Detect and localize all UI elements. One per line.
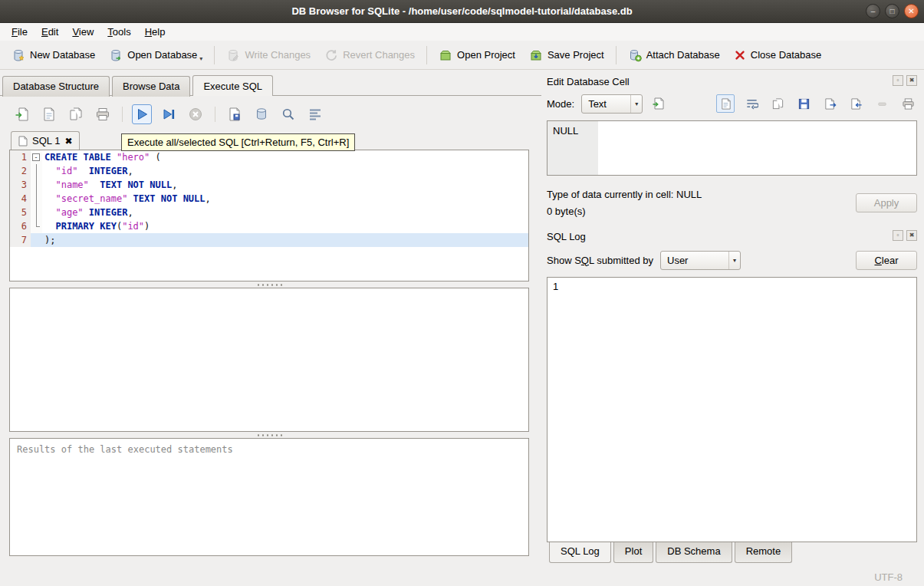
edit-cell-icon-group xyxy=(716,94,917,113)
revert-changes-label: Revert Changes xyxy=(343,49,415,61)
dock-close-icon[interactable]: ✖ xyxy=(906,230,917,241)
clear-log-button[interactable]: Clear xyxy=(856,251,917,270)
save-sql-file-as-button[interactable] xyxy=(66,104,86,124)
results-messages-splitter[interactable] xyxy=(9,432,529,438)
save-cell-button[interactable] xyxy=(794,94,813,113)
save-results-button[interactable] xyxy=(225,104,245,124)
code-line: 6 PRIMARY KEY("id") xyxy=(10,219,528,233)
word-wrap-button[interactable] xyxy=(742,94,761,113)
open-sql-file-button[interactable] xyxy=(12,104,32,124)
menu-view[interactable]: View xyxy=(65,25,100,39)
tab-database-structure[interactable]: Database Structure xyxy=(2,76,110,97)
revert-changes-button: Revert Changes xyxy=(317,44,422,66)
attach-database-icon xyxy=(628,48,642,62)
execute-all-button[interactable] xyxy=(132,104,152,124)
print-cell-button[interactable] xyxy=(899,94,917,113)
text-mode-button[interactable] xyxy=(716,94,735,113)
code-line: 1-CREATE TABLE "hero" ( xyxy=(10,150,528,164)
sql-log-dock-controls: ▫ ✖ xyxy=(893,230,917,241)
sql-tab-close-icon[interactable]: ✖ xyxy=(64,137,72,146)
open-project-button[interactable]: Open Project xyxy=(432,44,522,66)
code-line: 2 "id" INTEGER, xyxy=(10,164,528,178)
edit-cell-dock-header: Edit Database Cell ▫ ✖ xyxy=(547,73,917,90)
editor-results-splitter[interactable] xyxy=(9,281,529,288)
save-project-button[interactable]: Save Project xyxy=(522,44,611,66)
export-cell-button[interactable] xyxy=(820,94,839,113)
left-panel: Database Structure Browse Data Execute S… xyxy=(0,70,541,568)
format-sql-button[interactable] xyxy=(305,104,325,124)
menu-help[interactable]: Help xyxy=(138,25,173,39)
tab-execute-sql[interactable]: Execute SQL xyxy=(192,75,273,96)
write-changes-label: Write Changes xyxy=(245,49,311,61)
main-area: Database Structure Browse Data Execute S… xyxy=(0,70,924,568)
set-null-button xyxy=(873,94,891,113)
toolbar-separator xyxy=(214,46,215,64)
copy-button[interactable] xyxy=(768,94,787,113)
fold-marker-icon[interactable]: - xyxy=(32,153,40,161)
import-data-button[interactable] xyxy=(649,94,668,113)
sql-log-view[interactable]: 1 xyxy=(547,277,917,542)
sql-tab-label: SQL 1 xyxy=(32,135,60,146)
write-changes-button: Write Changes xyxy=(219,44,317,66)
code-line: 7); xyxy=(10,233,528,247)
encoding-indicator: UTF-8 xyxy=(874,571,903,583)
mode-combobox[interactable]: Text ▾ xyxy=(581,94,643,114)
menu-file[interactable]: File xyxy=(5,25,35,39)
open-database-icon xyxy=(109,48,123,62)
dock-float-icon[interactable]: ▫ xyxy=(893,230,903,241)
print-button[interactable] xyxy=(93,104,113,124)
execute-line-button[interactable] xyxy=(159,104,179,124)
menu-tools[interactable]: Tools xyxy=(100,25,137,39)
tab-db-schema[interactable]: DB Schema xyxy=(656,542,732,563)
sql-log-filter-combobox[interactable]: User ▾ xyxy=(660,251,741,270)
tab-browse-data[interactable]: Browse Data xyxy=(112,76,190,97)
export-database-button[interactable] xyxy=(252,104,271,124)
sql-log-filter-value: User xyxy=(667,255,697,266)
open-database-button[interactable]: Open Database ▾ xyxy=(102,44,209,66)
import-cell-button[interactable] xyxy=(847,94,865,113)
new-database-button[interactable]: New Database xyxy=(5,44,102,66)
tab-sql-log[interactable]: SQL Log xyxy=(549,542,611,563)
close-database-button[interactable]: Close Database xyxy=(727,45,829,65)
main-toolbar: New Database Open Database ▾ Write Chang… xyxy=(0,41,924,70)
dock-close-icon[interactable]: ✖ xyxy=(906,75,917,86)
sql-editor[interactable]: 1-CREATE TABLE "hero" (2 "id" INTEGER,3 … xyxy=(9,150,529,281)
mode-label: Mode: xyxy=(547,98,574,110)
close-database-label: Close Database xyxy=(751,49,822,61)
code-line: 4 "secret_name" TEXT NOT NULL, xyxy=(10,192,528,206)
sql-log-filter-row: Show SQL submitted by User ▾ Clear xyxy=(547,246,917,274)
execute-sql-pane: Execute all/selected SQL [Ctrl+Return, F… xyxy=(0,95,541,568)
close-button[interactable]: ✕ xyxy=(904,4,919,18)
menu-edit[interactable]: Edit xyxy=(35,25,65,39)
mode-combobox-value: Text xyxy=(588,98,616,110)
dock-float-icon[interactable]: ▫ xyxy=(893,75,903,86)
attach-database-button[interactable]: Attach Database xyxy=(621,44,727,66)
cell-editor[interactable]: NULL xyxy=(547,120,917,176)
cell-value: NULL xyxy=(547,121,598,175)
toolbar-separator xyxy=(616,46,617,64)
results-grid[interactable] xyxy=(9,288,529,432)
edit-cell-mode-row: Mode: Text ▾ xyxy=(547,90,917,117)
tab-plot[interactable]: Plot xyxy=(613,542,653,563)
titlebar[interactable]: DB Browser for SQLite - /home/user/code/… xyxy=(0,0,924,23)
cell-info-text: Type of data currently in cell: NULL 0 b… xyxy=(547,189,856,217)
sql-toolbar xyxy=(9,100,529,128)
apply-button: Apply xyxy=(856,193,917,212)
results-placeholder-text: Results of the last executed statements xyxy=(17,444,233,455)
execute-tooltip: Execute all/selected SQL [Ctrl+Return, F… xyxy=(121,133,355,151)
new-database-icon xyxy=(12,48,25,62)
close-database-icon xyxy=(734,49,746,61)
sql-tab-1[interactable]: SQL 1 ✖ xyxy=(11,131,80,150)
splitter-grip-icon xyxy=(256,284,282,286)
edit-cell-dock-controls: ▫ ✖ xyxy=(893,75,917,86)
window-title: DB Browser for SQLite - /home/user/code/… xyxy=(0,5,924,17)
chevron-down-icon: ▾ xyxy=(630,95,642,113)
tab-remote[interactable]: Remote xyxy=(735,542,793,563)
find-replace-button[interactable] xyxy=(278,104,298,124)
save-sql-file-button[interactable] xyxy=(39,104,59,124)
open-database-dropdown-icon[interactable]: ▾ xyxy=(199,55,202,62)
menubar: File Edit View Tools Help xyxy=(0,23,924,41)
open-project-label: Open Project xyxy=(457,49,515,61)
minimize-button[interactable]: – xyxy=(866,4,880,18)
maximize-button[interactable]: □ xyxy=(885,4,899,18)
